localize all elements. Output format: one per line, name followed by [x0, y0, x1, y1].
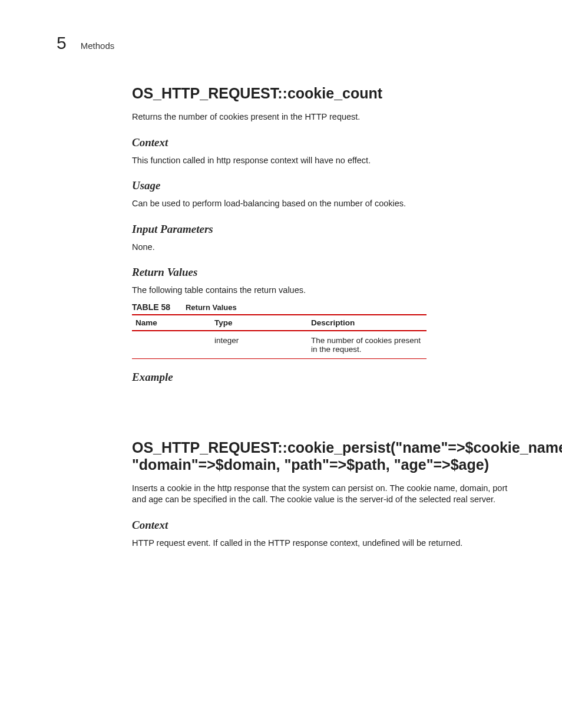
section-title-cookie-count: OS_HTTP_REQUEST::cookie_count: [132, 85, 521, 102]
td-type: integer: [211, 331, 308, 359]
spacer: [132, 390, 521, 439]
heading-example: Example: [132, 371, 521, 384]
heading-usage: Usage: [132, 179, 521, 192]
section2-intro: Inserts a cookie in the http response th…: [132, 483, 521, 506]
table-header-row: Name Type Description: [132, 315, 427, 331]
text-context-2: HTTP request event. If called in the HTT…: [132, 538, 521, 549]
heading-context-2: Context: [132, 519, 521, 532]
heading-input-parameters: Input Parameters: [132, 223, 521, 236]
heading-context: Context: [132, 136, 521, 149]
table-row: integer The number of cookies present in…: [132, 331, 427, 359]
text-input-parameters: None.: [132, 242, 521, 253]
content-area: OS_HTTP_REQUEST::cookie_count Returns th…: [132, 85, 521, 549]
table-title: Return Values: [186, 303, 237, 312]
page: 5 Methods OS_HTTP_REQUEST::cookie_count …: [0, 0, 562, 728]
text-return-values: The following table contains the return …: [132, 285, 521, 297]
table-label: TABLE 58: [132, 302, 170, 312]
text-usage: Can be used to perform load-balancing ba…: [132, 198, 521, 210]
th-type: Type: [211, 315, 308, 331]
text-context: This function called in http response co…: [132, 155, 521, 167]
section-title-cookie-persist: OS_HTTP_REQUEST::cookie_persist("name"=>…: [132, 439, 521, 473]
return-values-table: Name Type Description integer The number…: [132, 314, 427, 359]
td-name: [132, 331, 211, 359]
th-name: Name: [132, 315, 211, 331]
section-intro: Returns the number of cookies present in…: [132, 111, 521, 123]
chapter-number: 5: [57, 33, 67, 53]
td-description: The number of cookies present in the req…: [308, 331, 427, 359]
table-caption: TABLE 58 Return Values: [132, 302, 521, 312]
heading-return-values: Return Values: [132, 266, 521, 279]
th-description: Description: [308, 315, 427, 331]
running-header: 5 Methods: [57, 33, 521, 53]
running-title: Methods: [81, 41, 115, 51]
